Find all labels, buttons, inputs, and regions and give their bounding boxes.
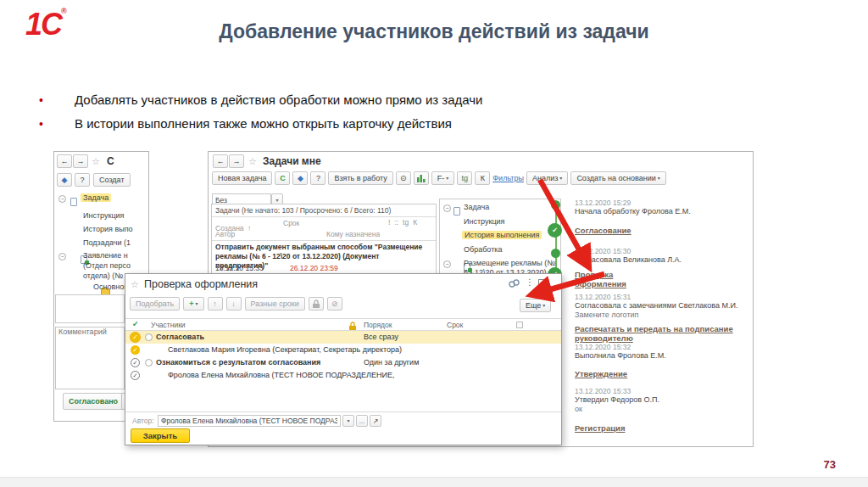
more-button[interactable]: Еще▾ [520, 299, 551, 312]
pick-button[interactable]: Подобрать [130, 297, 180, 311]
stage-link-registration[interactable]: Регистрация [575, 423, 625, 433]
control-icon: К [413, 218, 417, 227]
add-participant-button[interactable]: +▾ [183, 297, 203, 311]
collapse-icon[interactable]: − [58, 253, 66, 260]
different-terms-button[interactable]: Разные сроки [245, 297, 305, 311]
column-participants[interactable]: Участники [151, 321, 186, 329]
slide: 1С® Добавление участников действий из за… [0, 0, 868, 487]
control-icon: К [481, 174, 485, 182]
flags-dropdown-button[interactable]: F-▾ [431, 171, 455, 185]
tree-item-main-folder[interactable]: Основной [93, 283, 128, 291]
navigate-button[interactable]: ◆ [292, 171, 308, 185]
move-down-button[interactable]: ↓ [226, 297, 242, 311]
forward-button[interactable]: → [73, 154, 88, 168]
help-button[interactable]: ? [75, 173, 90, 187]
column-due[interactable]: Срок [283, 219, 299, 227]
column-order[interactable]: Порядок [364, 321, 392, 329]
sort-asc-icon: ↑ [248, 224, 251, 232]
chevron-down-icon: ▾ [542, 303, 545, 308]
dialog-toolbar: Подобрать +▾ ↑ ↓ Разные сроки ⊘ [130, 297, 342, 311]
table-row[interactable]: ✓ Светлакова Мария Игоревна (Секретариат… [125, 344, 561, 356]
collapse-icon[interactable]: − [443, 204, 451, 212]
table-row[interactable]: ✓ Ознакомиться с результатом согласовани… [125, 356, 561, 369]
check-column-icon: ✔ [132, 320, 139, 328]
stage-link-format-check[interactable]: Проверка оформления [575, 270, 626, 288]
window-restore-icon[interactable] [538, 279, 545, 285]
refresh-button[interactable]: C [275, 171, 290, 185]
author-open-button[interactable]: ↗ [370, 415, 381, 427]
move-up-button[interactable]: ↑ [208, 297, 223, 311]
help-icon: ? [316, 174, 320, 182]
nav-diamond-icon: ◆ [62, 176, 68, 184]
deadline-button[interactable]: tg [457, 171, 472, 185]
author-clear-button[interactable]: … [356, 415, 368, 427]
help-icon: ? [80, 176, 84, 184]
tree-item-task[interactable]: Задача [81, 193, 111, 202]
ellipsis-icon: … [359, 418, 365, 424]
stage-link-print-sign[interactable]: Распечатать и передать на подписание рук… [575, 324, 748, 343]
tree-item-statement-line3: отдела) (№ 2 [83, 271, 130, 280]
take-to-work-button[interactable]: Взять в работу [328, 171, 392, 185]
important-icon: ! [388, 218, 390, 227]
nav-item-instruction[interactable]: Инструкция [464, 217, 504, 226]
stage-link-approval[interactable]: Согласование [575, 226, 632, 235]
favorite-star-icon[interactable]: ☆ [131, 279, 139, 290]
tree-item-statement[interactable]: Заявление н [83, 251, 128, 260]
column-author[interactable]: Автор [215, 230, 235, 238]
create-based-on-button[interactable]: Создать на основании▾ [570, 171, 665, 185]
forward-icon: → [233, 157, 241, 165]
tree-item-subtasks[interactable]: Подзадачи (1 [83, 238, 131, 247]
approved-button[interactable]: Согласовано [63, 393, 124, 410]
author-select-button[interactable]: ▾ [342, 415, 354, 427]
help-button[interactable]: ? [310, 171, 326, 185]
timeline-dot-icon [551, 200, 560, 210]
table-header: ✔ Участники Порядок Срок [125, 318, 561, 331]
new-task-button[interactable]: Новая задача [212, 171, 272, 185]
stop-icon: ⊘ [331, 299, 338, 308]
table-row[interactable]: ✓ Фролова Елена Михайловна (ТЕСТ НОВОЕ П… [125, 369, 561, 382]
more-menu-icon[interactable]: ⋮ [526, 277, 534, 287]
create-button[interactable]: Создат [93, 173, 131, 187]
arrow-up-icon: ↑ [213, 299, 217, 308]
navigate-button[interactable]: ◆ [57, 173, 72, 187]
stage-link-confirmation[interactable]: Утверждение [575, 369, 627, 378]
favorite-star-icon[interactable]: ☆ [92, 156, 100, 167]
tree-item-history[interactable]: История выпо [83, 225, 133, 233]
report-button[interactable] [414, 171, 429, 185]
plus-icon: + [189, 299, 193, 308]
nav-item-processing[interactable]: Обработка [464, 245, 502, 254]
task-due-date: 26.12.20 23:59 [290, 264, 338, 272]
column-due[interactable]: Срок [447, 321, 463, 329]
stop-button[interactable]: ⊘ [327, 297, 342, 311]
collapse-icon[interactable]: − [443, 260, 451, 268]
author-input[interactable] [158, 415, 341, 427]
clock-button[interactable]: ⊙ [396, 171, 411, 185]
task-list-summary: Задачи (Не начато: 103 / Просрочено: 6 /… [212, 204, 436, 217]
timeline-dot-icon [551, 249, 560, 258]
table-row[interactable]: ✓ Согласовать Все сразу [125, 331, 561, 344]
forward-button[interactable]: → [229, 154, 244, 168]
back-button[interactable]: ← [213, 154, 228, 168]
filters-link[interactable]: Фильтры [492, 174, 524, 182]
collapse-icon[interactable]: − [58, 195, 66, 203]
comment-input[interactable] [55, 327, 125, 389]
column-flag-icons: ! :: tg К [388, 218, 417, 227]
analysis-button[interactable]: Анализ▾ [526, 171, 568, 185]
control-button[interactable]: К [475, 171, 490, 185]
close-button[interactable]: Закрыть [131, 428, 190, 443]
get-link-icon[interactable] [509, 279, 520, 288]
group-marker-icon [145, 333, 153, 341]
page-number: 73 [807, 458, 836, 471]
tasks-toolbar: Новая задача C ◆ ? Взять в работу ⊙ F-▾ … [212, 171, 666, 185]
status-pending-icon: ✓ [131, 358, 140, 367]
bullet-item: В истории выполнения также можно открыть… [39, 112, 683, 136]
back-icon: ← [61, 157, 69, 165]
column-assignee[interactable]: Кому назначена [326, 230, 380, 238]
back-button[interactable]: ← [57, 154, 72, 168]
nav-item-task[interactable]: Задача [464, 203, 489, 211]
1c-logo: 1С® [25, 7, 65, 42]
favorite-star-icon[interactable]: ☆ [248, 156, 257, 167]
tree-item-instruction[interactable]: Инструкция [83, 211, 124, 220]
nav-item-history[interactable]: История выполнения [462, 231, 542, 239]
lock-button[interactable] [309, 297, 324, 311]
